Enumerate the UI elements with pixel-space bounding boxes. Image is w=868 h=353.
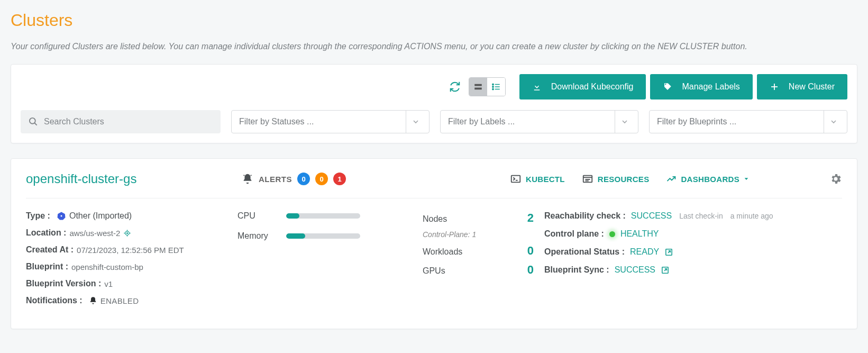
meta-location-val: aws/us-west-2 — [69, 229, 120, 238]
kubernetes-icon — [57, 211, 66, 221]
filter-status-placeholder: Filter by Statuses ... — [239, 117, 314, 126]
resources-icon — [582, 173, 593, 185]
svg-line-11 — [35, 123, 37, 125]
meta-created-val: 07/21/2023, 12:52:56 PM EDT — [77, 246, 184, 255]
view-toggle-list[interactable] — [487, 78, 505, 96]
bp-sync-key: Blueprint Sync : — [544, 265, 609, 275]
page-description: Your configured Clusters are listed belo… — [11, 42, 857, 51]
memory-progress-fill — [286, 233, 305, 239]
reachability-val: SUCCESS — [631, 211, 672, 221]
svg-rect-0 — [474, 84, 482, 86]
chevron-down-icon — [615, 111, 634, 133]
chevron-down-icon — [824, 111, 843, 133]
download-icon — [532, 82, 542, 92]
plus-icon — [770, 82, 779, 92]
meta-location-key: Location : — [26, 228, 66, 238]
kubectl-link[interactable]: KUBECTL — [510, 173, 565, 185]
page-title: Clusters — [11, 11, 857, 30]
reachability-hint-pre: Last check-in — [679, 212, 723, 220]
search-input[interactable] — [44, 117, 213, 126]
svg-point-20 — [60, 215, 62, 217]
svg-point-22 — [127, 232, 128, 233]
meta-blueprint-val: openshift-custom-bp — [71, 263, 143, 271]
filter-status-select[interactable]: Filter by Statuses ... — [231, 110, 430, 133]
memory-label: Memory — [237, 231, 271, 241]
download-kubeconfig-label: Download Kubeconfig — [551, 82, 634, 92]
dashboards-label: DASHBOARDS — [681, 175, 739, 184]
filter-labels-placeholder: Filter by Labels ... — [448, 117, 515, 126]
external-link-icon[interactable] — [661, 266, 670, 275]
workloads-value: 0 — [527, 244, 534, 258]
dashboards-link[interactable]: DASHBOARDS — [666, 174, 749, 184]
svg-rect-12 — [511, 176, 520, 183]
view-toggle-card[interactable] — [469, 78, 487, 96]
alert-bell-icon — [242, 173, 253, 185]
alerts-badge-error[interactable]: 1 — [333, 173, 346, 185]
bell-icon — [89, 296, 97, 305]
view-toggle — [469, 77, 506, 96]
manage-labels-button[interactable]: Manage Labels — [650, 74, 752, 99]
bp-sync-val[interactable]: SUCCESS — [615, 265, 655, 275]
chevron-down-icon — [406, 111, 425, 133]
alerts-badge-info[interactable]: 0 — [297, 173, 310, 185]
new-cluster-button[interactable]: New Cluster — [757, 74, 847, 99]
cluster-settings-button[interactable] — [829, 173, 842, 185]
control-plane-sublabel: Control-Plane: 1 — [423, 230, 534, 239]
card-view-icon — [473, 82, 483, 92]
svg-point-2 — [492, 84, 494, 85]
meta-bp-version-key: Blueprint Version : — [26, 279, 101, 288]
cpu-progress-fill — [286, 213, 299, 219]
refresh-icon — [449, 81, 461, 93]
cpu-progress — [286, 213, 360, 219]
alerts-block: ALERTS 0 0 1 — [242, 173, 346, 185]
cluster-meta-list: Type : Other (Imported) Location : aws/u… — [26, 211, 227, 313]
svg-marker-18 — [745, 178, 748, 180]
resources-link[interactable]: RESOURCES — [582, 173, 650, 185]
search-clusters-box[interactable] — [21, 110, 221, 133]
svg-rect-1 — [474, 88, 482, 90]
nodes-label: Nodes — [423, 214, 447, 224]
meta-blueprint-key: Blueprint : — [26, 262, 68, 271]
alerts-badge-warn[interactable]: 0 — [315, 173, 328, 185]
gpus-value: 0 — [527, 263, 534, 277]
workloads-label: Workloads — [423, 247, 462, 257]
svg-point-4 — [492, 86, 494, 87]
trend-icon — [666, 174, 677, 184]
list-view-icon — [491, 82, 501, 92]
alerts-label: ALERTS — [259, 175, 292, 184]
filter-blueprints-select[interactable]: Filter by Blueprints ... — [649, 110, 847, 133]
meta-notifications-key: Notifications : — [26, 296, 83, 305]
control-plane-val: HEALTHY — [620, 229, 659, 239]
cluster-status-list: Reachability check : SUCCESS Last check-… — [544, 211, 842, 283]
filter-labels-select[interactable]: Filter by Labels ... — [440, 110, 638, 133]
meta-type-key: Type : — [26, 211, 50, 221]
filter-blueprints-placeholder: Filter by Blueprints ... — [657, 117, 736, 126]
resource-bars: CPU Memory — [237, 211, 412, 251]
kubectl-label: KUBECTL — [526, 175, 565, 184]
op-status-val[interactable]: READY — [630, 247, 659, 257]
meta-bp-version-val: v1 — [104, 279, 113, 288]
refresh-button[interactable] — [445, 77, 464, 96]
download-kubeconfig-button[interactable]: Download Kubeconfig — [519, 74, 646, 99]
reachability-hint-time: a minute ago — [730, 212, 773, 220]
op-status-key: Operational Status : — [544, 247, 625, 257]
svg-point-10 — [30, 118, 35, 124]
meta-created-key: Created At : — [26, 245, 74, 255]
search-icon — [28, 116, 39, 127]
resources-label: RESOURCES — [598, 175, 650, 184]
cluster-name-link[interactable]: openshift-cluster-gs — [26, 171, 227, 186]
manage-labels-label: Manage Labels — [682, 82, 739, 92]
memory-progress — [286, 233, 360, 239]
cluster-counts: Nodes 2 Control-Plane: 1 Workloads 0 GPU… — [423, 211, 534, 282]
caret-down-icon — [744, 176, 749, 182]
gear-icon — [829, 173, 842, 185]
cpu-label: CPU — [237, 211, 271, 221]
nodes-value: 2 — [527, 211, 534, 225]
meta-notifications-val: ENABLED — [100, 296, 139, 305]
tag-icon — [663, 82, 672, 92]
cluster-card: openshift-cluster-gs ALERTS 0 0 1 KUBECT… — [11, 158, 857, 329]
new-cluster-label: New Cluster — [789, 82, 835, 92]
healthy-dot-icon — [609, 231, 615, 237]
external-link-icon[interactable] — [664, 248, 673, 257]
control-plane-key: Control plane : — [544, 229, 604, 239]
